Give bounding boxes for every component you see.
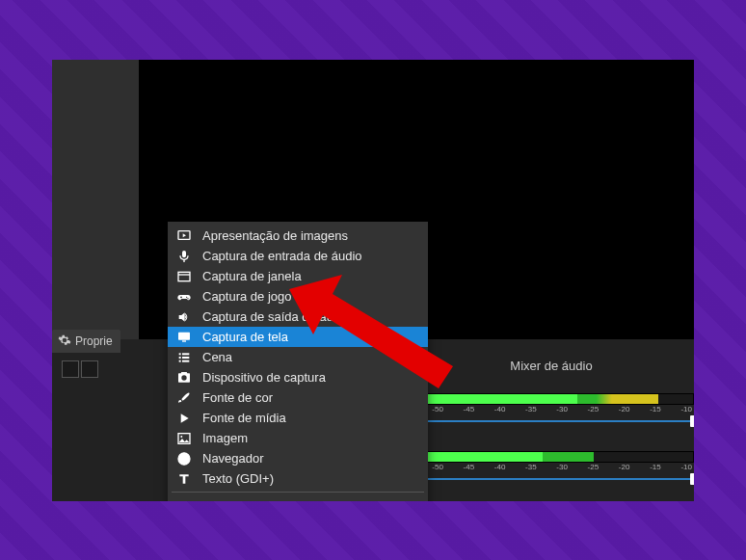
brush-icon — [175, 390, 193, 406]
gamepad-icon — [175, 289, 193, 305]
play-icon — [175, 411, 193, 426]
svg-point-12 — [180, 436, 182, 438]
menu-item-label: Captura de jogo — [202, 289, 292, 304]
panel-btn[interactable] — [81, 360, 98, 378]
panel-buttons — [62, 360, 98, 378]
svg-rect-8 — [182, 357, 189, 359]
menu-item-label: Fonte de mídia — [202, 411, 286, 425]
image-icon — [175, 431, 193, 446]
obs-app-frame: Proprie Mixer de áudio .desktop -55-50-4… — [52, 60, 694, 501]
svg-rect-1 — [178, 272, 190, 280]
mixer-title: Mixer de áudio — [409, 359, 694, 373]
monitor-icon — [175, 330, 193, 345]
gear-icon — [58, 333, 71, 350]
menu-item[interactable]: Navegador — [168, 448, 428, 468]
menu-item[interactable]: Grupo — [168, 495, 428, 501]
svg-rect-5 — [179, 353, 181, 355]
svg-rect-9 — [179, 360, 181, 361]
svg-rect-3 — [178, 332, 190, 339]
menu-item[interactable]: Apresentação de imagens — [168, 226, 428, 246]
menu-item[interactable]: Captura de tela — [168, 327, 428, 347]
menu-item-label: Dispositivo de captura — [202, 370, 326, 385]
properties-tab-label: Proprie — [75, 334, 113, 348]
microphone-icon — [175, 249, 193, 264]
camera-icon — [175, 370, 193, 386]
speaker-icon — [175, 309, 193, 325]
audio-meter — [399, 451, 694, 463]
menu-item[interactable]: Captura de jogo — [168, 286, 428, 307]
volume-slider[interactable] — [399, 418, 694, 424]
menu-item-label: Texto (GDI+) — [202, 471, 274, 486]
list-icon — [175, 350, 193, 365]
folder-icon — [175, 498, 193, 502]
window-icon — [175, 269, 193, 284]
menu-item[interactable]: Imagem — [168, 428, 428, 448]
svg-rect-7 — [179, 357, 181, 359]
volume-slider[interactable] — [399, 476, 694, 482]
menu-item-label: Captura de saída de áudio — [202, 309, 350, 324]
meter-ticks: -55-50-45-40-35-30-25-20-15-10 — [399, 405, 694, 414]
menu-item[interactable]: Captura de janela — [168, 266, 428, 286]
menu-item[interactable]: Texto (GDI+) — [168, 468, 428, 489]
menu-item-label: Captura de tela — [202, 330, 288, 344]
menu-item-label: Captura de janela — [202, 269, 302, 283]
properties-tab[interactable]: Proprie — [52, 330, 120, 353]
menu-separator — [172, 492, 424, 493]
svg-rect-4 — [182, 340, 186, 341]
svg-rect-6 — [182, 353, 189, 355]
menu-item[interactable]: Captura de entrada de áudio — [168, 246, 428, 266]
panel-btn[interactable] — [62, 360, 79, 378]
slideshow-icon — [175, 228, 193, 244]
text-icon — [175, 471, 193, 487]
menu-item[interactable]: Cena — [168, 347, 428, 367]
meter-ticks: -55-50-45-40-35-30-25-20-15-10 — [399, 463, 694, 472]
svg-rect-10 — [182, 360, 189, 361]
menu-item-label: Fonte de cor — [202, 390, 273, 405]
menu-item[interactable]: Dispositivo de captura — [168, 367, 428, 387]
menu-item[interactable]: Fonte de cor — [168, 387, 428, 408]
menu-item[interactable]: Fonte de mídia — [168, 408, 428, 428]
menu-item-label: Imagem — [202, 431, 248, 445]
left-panel — [52, 60, 139, 339]
add-source-context-menu: Apresentação de imagensCaptura de entrad… — [168, 222, 428, 501]
globe-icon — [175, 451, 193, 467]
menu-item-label: Grupo — [202, 498, 237, 501]
menu-item-label: Navegador — [202, 451, 264, 466]
menu-item-label: Captura de entrada de áudio — [202, 249, 362, 263]
menu-item[interactable]: Captura de saída de áudio — [168, 307, 428, 327]
menu-item-label: Apresentação de imagens — [202, 228, 348, 243]
menu-item-label: Cena — [202, 350, 232, 364]
mixer-track: /Aux -55-50-45-40-35-30-25-20-15-10 — [399, 438, 694, 480]
mixer-track: .desktop -55-50-45-40-35-30-25-20-15-10 — [399, 380, 694, 422]
audio-meter — [399, 393, 694, 405]
